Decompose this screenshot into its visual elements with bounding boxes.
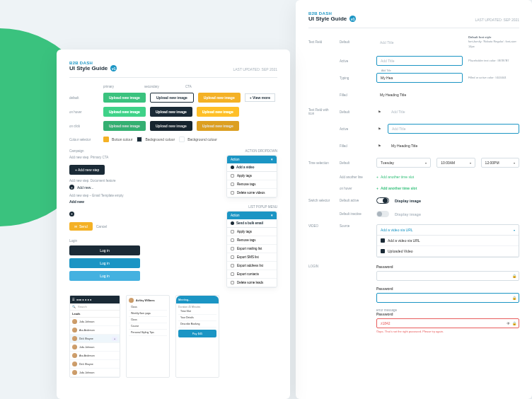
- last-updated: LAST UPDATED: SEP 2021: [475, 18, 519, 22]
- login-button[interactable]: Log in: [69, 271, 140, 281]
- secondary-button-hover[interactable]: Upload new image: [150, 107, 192, 117]
- dropdown-item[interactable]: Export contacts: [227, 270, 277, 279]
- plus-circle-icon[interactable]: +: [69, 212, 74, 216]
- menu-icon[interactable]: ☰: [72, 298, 75, 301]
- password-field-error[interactable]: z1842 👁🔒: [376, 318, 519, 328]
- list-item[interactable]: Personal Styling Tips: [129, 330, 167, 336]
- section-label: ACTION DROPDOWN: [226, 149, 277, 153]
- primary-button[interactable]: Upload new image: [103, 93, 146, 103]
- search-icon: 🔍: [72, 305, 76, 308]
- primary-button-click[interactable]: Upload new image: [103, 121, 146, 131]
- add-time-link-hover[interactable]: +Add another time slot: [376, 186, 417, 190]
- view-more-button[interactable]: + View more: [245, 93, 275, 102]
- list-item[interactable]: Dick Shayne: [70, 360, 120, 369]
- dropdown-item[interactable]: Apply tags: [227, 172, 277, 180]
- list-item[interactable]: Weekly 6am yoga: [129, 311, 167, 317]
- secondary-button[interactable]: Upload new image: [150, 93, 194, 103]
- dropdown-item[interactable]: Remove tags: [227, 236, 277, 245]
- section-label: Switch selector: [308, 199, 334, 202]
- link-icon: [381, 238, 385, 243]
- add-step-button[interactable]: + Add new step: [69, 165, 105, 175]
- icon-field-active[interactable]: Add Title: [388, 124, 519, 134]
- panel-header: Meeting...: [176, 296, 219, 303]
- col-header: primary: [103, 85, 140, 88]
- dropdown-item[interactable]: Delete some leads: [227, 279, 277, 287]
- export-icon: [231, 264, 234, 267]
- row-label: default: [69, 96, 99, 100]
- list-item[interactable]: Ava Anderson: [70, 352, 120, 360]
- secondary-button-click[interactable]: Upload new image: [150, 121, 192, 131]
- last-updated: LAST UPDATED: SEP 2021: [233, 67, 277, 71]
- avatar: [72, 328, 77, 332]
- state-label: Default: [340, 161, 371, 165]
- section-label: LIST POPUP MENU: [226, 205, 277, 209]
- plus-icon: +: [376, 186, 378, 190]
- swatch-bg[interactable]: Background colour: [137, 137, 175, 142]
- dropdown-item[interactable]: Delete some videos: [227, 189, 277, 197]
- dropdown-item[interactable]: Export mailing list: [227, 245, 277, 253]
- send-button[interactable]: ✉Send: [69, 222, 93, 231]
- search-input[interactable]: 🔍Search: [70, 303, 120, 311]
- day-select[interactable]: Tuesday▾: [376, 158, 431, 168]
- style-guide-card-right: B2B DASH UI Style Guidev1 LAST UPDATED: …: [296, 0, 532, 399]
- switch-label: Display image: [395, 199, 421, 203]
- list-item[interactable]: Describe Booking: [178, 321, 216, 328]
- list-item[interactable]: Julia Johnson: [70, 369, 120, 377]
- dropdown-item[interactable]: Remove tags: [227, 180, 277, 189]
- plus-circle-icon[interactable]: +: [69, 185, 74, 190]
- icon-field-default[interactable]: Add Title: [388, 107, 519, 117]
- password-field-active[interactable]: 🔒: [376, 293, 519, 303]
- primary-button-hover[interactable]: Upload new image: [103, 107, 146, 117]
- text-field-default[interactable]: Add Title: [376, 37, 463, 47]
- login-button[interactable]: Log in: [69, 245, 140, 255]
- password-field-default[interactable]: 🔒: [376, 271, 519, 281]
- export-icon: [231, 272, 234, 276]
- dropdown-item[interactable]: Export SMS list: [227, 253, 277, 262]
- cancel-link[interactable]: Cancel: [96, 224, 108, 229]
- flag-icon: ⚑: [376, 110, 382, 114]
- booking-panel: Meeting... Duration 45 Minutes Time Slot…: [175, 295, 219, 378]
- video-option[interactable]: Uploaded Video: [377, 246, 519, 257]
- version-badge: v1: [349, 16, 356, 22]
- swatch-bg2[interactable]: Background colour: [179, 137, 217, 142]
- eye-icon[interactable]: 👁: [507, 321, 510, 325]
- state-label: Source: [340, 224, 371, 228]
- text-field-filled[interactable]: My Heading Title: [376, 90, 463, 100]
- list-item[interactable]: Your Details: [178, 315, 216, 321]
- state-label: Filled: [340, 93, 371, 97]
- section-label: Campaign: [69, 149, 214, 153]
- video-select-header[interactable]: Add a video via URL▾: [377, 225, 519, 236]
- list-item[interactable]: Class: [129, 317, 167, 323]
- switch-toggle[interactable]: [376, 211, 389, 217]
- switch-toggle[interactable]: [376, 197, 389, 204]
- plus-icon: +: [376, 175, 378, 179]
- pay-button[interactable]: Pay $45: [178, 330, 216, 337]
- dropdown-item[interactable]: Apply tags: [227, 228, 277, 236]
- list-item[interactable]: Time Slot: [178, 308, 216, 315]
- text-field-active[interactable]: Add Title: [376, 56, 463, 66]
- section-label: Text Field: [308, 40, 334, 44]
- state-label: Default: [340, 110, 371, 114]
- list-item[interactable]: Course: [129, 323, 167, 330]
- swatch-button[interactable]: Button colour: [103, 137, 132, 142]
- section-label: Colour selector: [69, 138, 99, 141]
- dropdown-header[interactable]: Action▾: [227, 212, 277, 219]
- list-item[interactable]: Julia Johnson: [70, 343, 120, 352]
- icon-field-filled[interactable]: My Heading Title: [388, 141, 519, 151]
- list-item[interactable]: Julia Johnson: [70, 318, 120, 326]
- text-field-typing[interactable]: My Hea: [376, 73, 463, 83]
- cta-button-click[interactable]: Upload new image: [197, 121, 239, 131]
- dropdown-header[interactable]: Action▾: [227, 156, 277, 163]
- time-from-select[interactable]: 10:00AM▾: [436, 158, 475, 168]
- dropdown-item[interactable]: Export address list: [227, 262, 277, 270]
- time-to-select[interactable]: 12:00PM▾: [481, 158, 519, 168]
- video-option[interactable]: Add a video via URL: [377, 236, 519, 246]
- list-item[interactable]: Ava Anderson: [70, 326, 120, 335]
- add-time-link[interactable]: +Add another time slot: [376, 175, 414, 179]
- cta-button-hover[interactable]: Upload new image: [197, 107, 239, 117]
- login-button[interactable]: Log in: [69, 258, 140, 268]
- list-item[interactable]: Class: [129, 304, 167, 311]
- cta-button[interactable]: Upload new image: [198, 93, 241, 103]
- flag-icon: ⚑: [376, 144, 382, 148]
- list-item[interactable]: Dick Shayne●: [70, 335, 120, 343]
